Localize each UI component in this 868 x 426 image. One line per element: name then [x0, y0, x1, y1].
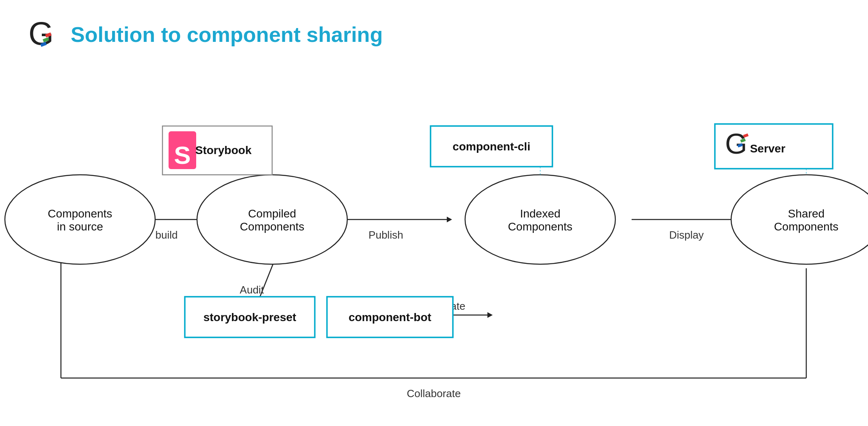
- diagram-svg: build Publish Display Audit Automate Col…: [0, 61, 868, 411]
- storybook-logo-letter: S: [174, 141, 190, 169]
- display-label: Display: [669, 229, 703, 241]
- svg-marker-13: [487, 312, 493, 318]
- shared-label2: Components: [774, 220, 839, 233]
- build-label: build: [156, 229, 178, 241]
- audit-label: Audit: [240, 284, 264, 296]
- component-cli-label: component-cli: [452, 140, 530, 153]
- page-title: Solution to component sharing: [71, 22, 383, 47]
- server-box-label: Server: [750, 142, 785, 155]
- publish-label: Publish: [368, 229, 403, 241]
- diagram-area: build Publish Display Audit Automate Col…: [0, 61, 868, 411]
- component-bot-label: component-bot: [348, 311, 431, 324]
- compiled-label1: Compiled: [248, 207, 296, 220]
- collaborate-label: Collaborate: [407, 387, 461, 400]
- storybook-preset-label: storybook-preset: [203, 311, 297, 324]
- shared-label1: Shared: [788, 207, 825, 220]
- storybook-box-label: Storybook: [195, 144, 252, 156]
- svg-marker-7: [447, 217, 452, 222]
- components-source-label: Components: [48, 207, 113, 220]
- components-source-label2: in source: [57, 220, 103, 233]
- indexed-label2: Components: [508, 220, 573, 233]
- header: G Solution to component sharing: [0, 0, 868, 61]
- compiled-label2: Components: [240, 220, 305, 233]
- logo: G: [24, 16, 61, 53]
- indexed-label1: Indexed: [520, 207, 561, 220]
- server-logo-g: G: [725, 128, 747, 160]
